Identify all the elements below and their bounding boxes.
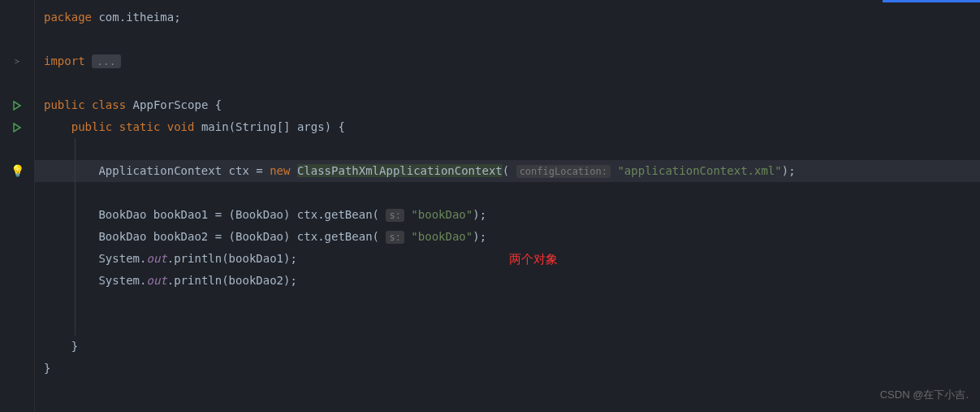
code-line-10[interactable]: BookDao bookDao1 = (BookDao) ctx.getBean… [34, 204, 980, 226]
keyword-static: static [119, 120, 161, 133]
indent-guide [75, 226, 76, 248]
brace-close: } [71, 340, 78, 353]
keyword-import: import [44, 54, 85, 67]
annotation-text: 两个对象 [509, 248, 558, 270]
watermark-text: CSDN @在下小吉. [880, 384, 969, 405]
stmt-end: ); [782, 164, 796, 177]
code-line-4[interactable] [34, 72, 980, 94]
folded-imports[interactable]: ... [92, 54, 120, 68]
indent-guide [75, 314, 76, 336]
param-hint: s: [386, 209, 404, 222]
code-line-13[interactable]: System.out.println(bookDao2); [34, 270, 980, 292]
code-line-7[interactable] [34, 138, 980, 160]
method-name: main [201, 120, 229, 133]
intention-bulb-icon[interactable]: 💡 [0, 160, 34, 182]
keyword-public: public [71, 120, 113, 133]
code-line-11[interactable]: BookDao bookDao2 = (BookDao) ctx.getBean… [34, 226, 980, 248]
stmt: BookDao bookDao1 = (BookDao) ctx.getBean… [98, 208, 379, 221]
play-icon [12, 101, 22, 111]
run-class-icon[interactable] [0, 94, 34, 116]
gutter-row-3[interactable]: > [0, 50, 34, 72]
brace: { [208, 98, 222, 111]
indent-guide [75, 138, 76, 160]
code-line-14[interactable] [34, 292, 980, 314]
stmt-end: .println(bookDao1); [167, 252, 297, 265]
string-literal: "bookDao" [411, 230, 473, 243]
stmt-end: ); [473, 230, 486, 243]
code-line-3[interactable]: import ... [34, 50, 980, 72]
brace-close: } [44, 362, 50, 375]
stmt: BookDao bookDao2 = (BookDao) ctx.getBean… [98, 230, 379, 243]
gutter-row-7 [0, 138, 34, 160]
indent-guide [75, 160, 76, 182]
field-out: out [146, 274, 166, 287]
code-area[interactable]: package com.itheima; import ... public c… [34, 0, 980, 412]
indent-guide [75, 248, 76, 270]
code-line-12[interactable]: System.out.println(bookDao1);两个对象 [34, 248, 980, 270]
editor-container: > 💡 package com.itheima; import ... publ… [0, 0, 980, 412]
code-line-8[interactable]: ApplicationContext ctx = new ClassPathXm… [34, 160, 980, 182]
bulb-icon: 💡 [11, 160, 24, 182]
code-line-15[interactable] [34, 314, 980, 336]
fold-collapsed-icon[interactable]: > [15, 50, 19, 72]
gutter-row-1 [0, 7, 34, 28]
indent-guide [75, 204, 76, 226]
package-name: com.itheima; [92, 11, 181, 24]
code-line-6[interactable]: public static void main(String[] args) { [34, 116, 980, 138]
stmt: System. [98, 252, 146, 265]
string-literal: "bookDao" [411, 208, 473, 221]
keyword-new: new [270, 164, 290, 177]
string-literal: "applicationContext.xml" [617, 164, 781, 177]
indent-guide [75, 270, 76, 292]
code-line-17[interactable]: } [34, 358, 980, 379]
run-method-icon[interactable] [0, 116, 34, 138]
param-hint: configLocation: [516, 165, 611, 178]
code-line-1[interactable]: package com.itheima; [34, 7, 980, 28]
var-decl: ApplicationContext ctx = [98, 164, 270, 177]
gutter-row-2 [0, 28, 34, 50]
class-name: AppForScope [133, 98, 209, 111]
stmt-end: ); [473, 208, 486, 221]
keyword-void: void [167, 120, 195, 133]
code-line-16[interactable]: } [34, 336, 980, 358]
keyword-public: public [44, 98, 85, 111]
gutter: > 💡 [0, 0, 34, 412]
stmt: System. [98, 274, 146, 287]
keyword-class: class [92, 98, 126, 111]
method-params: (String[] args) { [229, 120, 345, 133]
code-line-9[interactable] [34, 182, 980, 204]
field-out: out [146, 252, 166, 265]
indent-guide [75, 292, 76, 314]
keyword-package: package [44, 11, 92, 24]
code-line-2[interactable] [34, 28, 980, 50]
indent-guide [75, 182, 76, 204]
gutter-row-4 [0, 72, 34, 94]
param-hint: s: [386, 231, 404, 244]
code-line-5[interactable]: public class AppForScope { [34, 94, 980, 116]
class-ref: ClassPathXmlApplicationContext [297, 164, 503, 177]
play-icon [12, 123, 22, 132]
stmt-end: .println(bookDao2); [167, 274, 297, 287]
